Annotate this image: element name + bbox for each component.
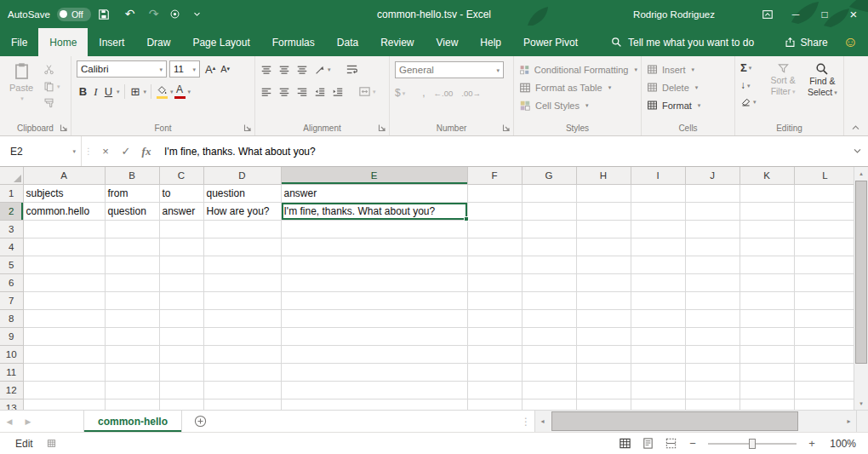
cell[interactable] xyxy=(281,256,467,274)
cell[interactable] xyxy=(631,292,685,310)
conditional-formatting-button[interactable]: Conditional Formatting▾ xyxy=(519,60,637,78)
horizontal-scrollbar[interactable]: ◂ ▸ xyxy=(534,411,856,432)
column-header-L[interactable]: L xyxy=(794,167,854,185)
cell[interactable] xyxy=(23,310,105,328)
cell[interactable] xyxy=(105,382,159,399)
cell[interactable] xyxy=(467,274,522,292)
cell[interactable] xyxy=(281,364,467,382)
cell[interactable] xyxy=(203,399,281,411)
clipboard-dialog-launcher[interactable] xyxy=(60,124,68,132)
tab-formulas[interactable]: Formulas xyxy=(261,28,326,56)
cell[interactable] xyxy=(522,238,576,256)
column-header-J[interactable]: J xyxy=(685,167,740,185)
cell[interactable] xyxy=(685,399,740,411)
cell[interactable] xyxy=(685,256,740,274)
row-header[interactable]: 12 xyxy=(0,382,23,399)
tell-me-box[interactable]: Tell me what you want to do xyxy=(611,28,754,56)
cell[interactable] xyxy=(203,256,281,274)
cell[interactable] xyxy=(467,221,522,238)
column-header-A[interactable]: A xyxy=(23,167,105,185)
fill-color-button[interactable] xyxy=(156,85,168,99)
cell-styles-button[interactable]: Cell Styles▾ xyxy=(519,96,637,114)
increase-indent-button[interactable] xyxy=(332,86,344,98)
cell[interactable] xyxy=(740,256,794,274)
font-size-select[interactable]: 11▾ xyxy=(169,60,200,78)
cell[interactable] xyxy=(794,203,854,221)
wrap-text-button[interactable] xyxy=(345,63,358,76)
merge-center-button[interactable]: ▾ xyxy=(358,85,376,98)
cell[interactable] xyxy=(467,364,522,382)
cell[interactable] xyxy=(159,238,203,256)
zoom-level[interactable]: 100% xyxy=(827,438,856,450)
cell[interactable] xyxy=(203,382,281,399)
decrease-decimal-button[interactable]: .00→ xyxy=(461,89,481,98)
cell[interactable] xyxy=(467,346,522,364)
cell[interactable] xyxy=(105,256,159,274)
formula-input[interactable]: I'm fine, thanks. What about you? xyxy=(157,136,846,166)
row-header[interactable]: 11 xyxy=(0,364,23,382)
cell[interactable] xyxy=(105,292,159,310)
row-header[interactable]: 4 xyxy=(0,238,23,256)
cell[interactable] xyxy=(740,382,794,399)
paste-button[interactable]: Paste ▾ xyxy=(5,60,37,109)
cell[interactable] xyxy=(576,256,631,274)
page-break-view-button[interactable] xyxy=(665,437,677,450)
align-bottom-button[interactable] xyxy=(296,64,308,76)
cell[interactable] xyxy=(159,221,203,238)
tab-file[interactable]: File xyxy=(0,28,38,56)
cell[interactable] xyxy=(576,221,631,238)
clear-button[interactable]: ▾ xyxy=(740,96,761,107)
cell[interactable] xyxy=(631,328,685,346)
column-header-K[interactable]: K xyxy=(740,167,794,185)
cell[interactable] xyxy=(576,238,631,256)
cell[interactable] xyxy=(159,274,203,292)
cell[interactable] xyxy=(522,328,576,346)
cell[interactable] xyxy=(794,364,854,382)
align-middle-button[interactable] xyxy=(278,64,290,76)
cell[interactable] xyxy=(740,238,794,256)
customize-quick-access-button[interactable] xyxy=(193,12,203,17)
underline-button[interactable]: U xyxy=(102,85,115,98)
cell-D2[interactable]: How are you? xyxy=(203,203,281,221)
cell[interactable] xyxy=(203,346,281,364)
increase-font-size-button[interactable]: A▴ xyxy=(205,63,215,76)
borders-button[interactable]: ⊞ xyxy=(129,85,142,98)
cell[interactable] xyxy=(685,238,740,256)
cell[interactable] xyxy=(576,328,631,346)
cell[interactable] xyxy=(631,346,685,364)
cell[interactable] xyxy=(631,364,685,382)
copy-button[interactable]: ▾ xyxy=(43,81,60,92)
cell[interactable] xyxy=(159,328,203,346)
cell-A2[interactable]: common.hello xyxy=(23,203,105,221)
cell[interactable] xyxy=(467,399,522,411)
align-right-button[interactable] xyxy=(296,86,308,98)
cell[interactable] xyxy=(522,399,576,411)
number-format-select[interactable]: General▾ xyxy=(395,61,504,78)
cell[interactable] xyxy=(631,382,685,399)
column-header-F[interactable]: F xyxy=(467,167,522,185)
scroll-up-arrow[interactable]: ▴ xyxy=(854,167,868,180)
scroll-down-arrow[interactable]: ▾ xyxy=(854,397,868,410)
horizontal-split-handle[interactable] xyxy=(856,411,868,432)
cell[interactable] xyxy=(576,292,631,310)
cell[interactable] xyxy=(203,310,281,328)
cell[interactable] xyxy=(576,382,631,399)
cell[interactable] xyxy=(159,310,203,328)
row-header[interactable]: 13 xyxy=(0,399,23,411)
cell[interactable] xyxy=(23,364,105,382)
cell[interactable] xyxy=(522,310,576,328)
normal-view-button[interactable] xyxy=(619,437,631,450)
cell[interactable] xyxy=(631,203,685,221)
zoom-slider[interactable] xyxy=(708,443,797,445)
insert-cells-button[interactable]: Insert▾ xyxy=(647,60,731,78)
share-button[interactable]: Share xyxy=(785,28,828,56)
cell[interactable] xyxy=(522,346,576,364)
cell[interactable] xyxy=(794,256,854,274)
cell[interactable] xyxy=(522,185,576,203)
undo-button[interactable]: ↶ xyxy=(122,0,139,28)
cell[interactable] xyxy=(685,185,740,203)
cell[interactable] xyxy=(576,399,631,411)
zoom-slider-thumb[interactable] xyxy=(749,439,756,449)
align-center-button[interactable] xyxy=(278,86,290,98)
align-top-button[interactable] xyxy=(260,64,272,76)
